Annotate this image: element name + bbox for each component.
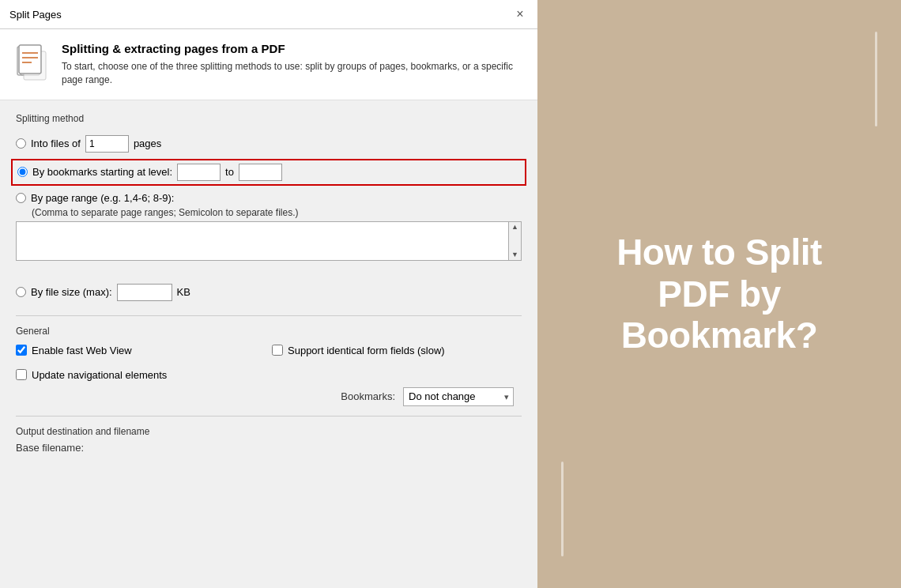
textarea-scrollbar[interactable]: ▲ ▼	[509, 221, 522, 261]
method-pages-label: Into files of	[31, 138, 81, 149]
form-fields-checkbox[interactable]	[272, 345, 283, 356]
method-row-bookmarks: By bookmarks starting at level: to	[11, 159, 526, 186]
deco-line-top-right	[875, 32, 877, 126]
bookmarks-select[interactable]: Do not change Remove all Keep existing	[403, 387, 514, 406]
general-section: General Enable fast Web View Support ide…	[16, 326, 522, 406]
bookmark-level-from-input[interactable]	[177, 164, 221, 181]
general-label: General	[16, 326, 522, 337]
bookmark-level-to-input[interactable]	[239, 164, 282, 181]
header-description: To start, choose one of the three splitt…	[62, 60, 522, 87]
pdf-icon	[13, 43, 51, 81]
fast-web-checkbox[interactable]	[16, 345, 27, 356]
bookmark-to-label: to	[225, 166, 234, 178]
method-bookmarks-radio[interactable]	[17, 167, 28, 177]
scroll-up-icon: ▲	[511, 224, 518, 231]
bookmarks-label: Bookmarks:	[341, 390, 395, 402]
filesize-input[interactable]	[117, 284, 172, 301]
deco-line-bottom-left	[561, 462, 564, 556]
filename-row: Base filename:	[16, 442, 522, 454]
filesize-suffix: KB	[177, 286, 190, 298]
scroll-down-icon: ▼	[511, 251, 518, 258]
page-range-wrapper: ▲ ▼	[16, 221, 522, 271]
nav-elements-checkbox[interactable]	[16, 369, 27, 380]
bookmarks-select-wrapper: Do not change Remove all Keep existing	[403, 387, 514, 406]
pages-suffix: pages	[134, 138, 161, 149]
header-title: Splitting & extracting pages from a PDF	[62, 42, 522, 55]
nav-elements-row: Update navigational elements	[16, 369, 522, 381]
checkbox-grid: Enable fast Web View Support identical f…	[16, 345, 522, 363]
fast-web-label: Enable fast Web View	[32, 345, 132, 356]
method-range-label: By page range (e.g. 1,4-6; 8-9):	[31, 192, 174, 204]
dialog-title: Split Pages	[9, 9, 62, 21]
close-button[interactable]: ×	[512, 6, 528, 22]
dialog-panel: Split Pages × Splitting & extracting pag…	[0, 0, 537, 588]
method-pages-radio[interactable]	[16, 138, 26, 149]
method-filesize-radio[interactable]	[16, 287, 26, 297]
right-panel-title: How to Split PDF by Bookmark?	[616, 232, 822, 357]
page-range-textarea[interactable]	[16, 221, 509, 261]
method-row-range: By page range (e.g. 1,4-6; 8-9):	[16, 189, 522, 207]
title-bar: Split Pages ×	[0, 0, 537, 29]
title-line-1: How to Split	[616, 232, 822, 273]
splitting-method-label: Splitting method	[16, 113, 522, 124]
right-panel: How to Split PDF by Bookmark?	[537, 0, 901, 588]
method-bookmarks-label: By bookmarks starting at level:	[32, 166, 172, 178]
svg-rect-6	[19, 45, 41, 74]
dialog-body: Splitting method Into files of pages By …	[0, 100, 537, 588]
method-row-pages: Into files of pages	[16, 132, 522, 156]
nav-elements-label: Update navigational elements	[32, 369, 167, 381]
divider-2	[16, 416, 522, 416]
dialog-header: Splitting & extracting pages from a PDF …	[0, 29, 537, 100]
range-sub-label: (Comma to separate page ranges; Semicolo…	[32, 207, 522, 218]
divider-1	[16, 315, 522, 316]
header-text: Splitting & extracting pages from a PDF …	[62, 42, 522, 87]
form-fields-label: Support identical form fields (slow)	[288, 345, 445, 356]
bookmarks-row: Bookmarks: Do not change Remove all Keep…	[16, 387, 522, 406]
splitting-method-group: Into files of pages By bookmarks startin…	[16, 132, 522, 304]
title-line-3: Bookmark?	[616, 315, 822, 356]
pages-count-input[interactable]	[85, 135, 129, 153]
base-filename-label: Base filename:	[16, 442, 84, 454]
method-filesize-label: By file size (max):	[31, 286, 112, 298]
method-row-filesize: By file size (max): KB	[16, 281, 522, 304]
fast-web-row: Enable fast Web View	[16, 345, 266, 356]
method-range-radio[interactable]	[16, 193, 26, 203]
output-label: Output destination and filename	[16, 426, 522, 437]
output-section: Output destination and filename Base fil…	[16, 426, 522, 454]
method-section-range: By page range (e.g. 1,4-6; 8-9): (Comma …	[16, 189, 522, 279]
title-line-2: PDF by	[616, 273, 822, 315]
form-fields-row: Support identical form fields (slow)	[272, 345, 522, 356]
